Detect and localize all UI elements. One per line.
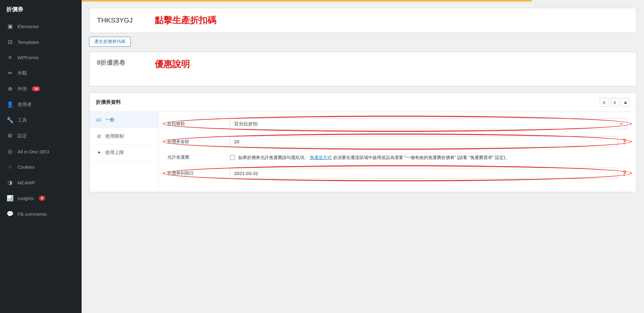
panel-collapse-button[interactable]: ▲ bbox=[621, 98, 630, 107]
cookies-icon: ○ bbox=[6, 164, 14, 170]
coupon-amount-input[interactable] bbox=[230, 136, 618, 147]
sidebar-item-label: 使用者 bbox=[18, 102, 32, 108]
panel-body: 🏷 一般 ⊘ 使用限制 ✦ 使用上限 折扣 bbox=[89, 112, 636, 192]
fbcomments-icon: 💬 bbox=[6, 210, 14, 217]
mc4wp-icon: ◑ bbox=[6, 179, 14, 186]
users-icon: 👤 bbox=[6, 101, 14, 108]
sidebar-item-allinoneseo[interactable]: ◎ All in One SEO bbox=[0, 144, 82, 159]
panel-controls: ∧ ∨ ▲ bbox=[600, 98, 630, 107]
sidebar: 折價券 ▣ Elementor ⊟ Templates ≡ WPForms ✏ … bbox=[0, 0, 82, 313]
coupon-amount-row: 折價券金額 ❓ bbox=[167, 136, 627, 147]
elementor-icon: ▣ bbox=[6, 23, 14, 30]
sidebar-item-appearance[interactable]: ✏ 外觀 bbox=[0, 65, 82, 81]
tab-general-label: 一般 bbox=[105, 117, 115, 123]
free-shipping-content: 如果折價券允許免運費請勾選此項。 免運送方式 必須要在運送區域中啟用並設為需要 … bbox=[230, 154, 627, 161]
sidebar-item-label: FB comments bbox=[18, 211, 47, 217]
panel-content-area: 折扣種類 百分比折扣 固定購物車折扣 固定商品折扣 折價券金額 bbox=[158, 112, 636, 192]
sidebar-item-insights[interactable]: 📊 Insights 9 bbox=[0, 190, 82, 206]
panel-title: 折價券資料 bbox=[96, 99, 121, 106]
sidebar-item-label: MC4WP bbox=[18, 180, 35, 185]
sidebar-item-elementor[interactable]: ▣ Elementor bbox=[0, 19, 82, 34]
sidebar-item-wpforms[interactable]: ≡ WPForms bbox=[0, 50, 82, 65]
sidebar-item-mc4wp[interactable]: ◑ MC4WP bbox=[0, 175, 82, 190]
appearance-icon: ✏ bbox=[6, 70, 14, 77]
usage-limit-tab-icon: ⊘ bbox=[96, 133, 102, 139]
main-content: THKS3YGJ 點擊生產折扣碼 產生折價券代碼 8折優惠卷 優惠說明 折價券資… bbox=[82, 0, 644, 313]
description-label: 8折優惠卷 bbox=[97, 58, 147, 67]
generate-btn-row: 產生折價券代碼 bbox=[89, 37, 636, 47]
sidebar-item-fbcomments[interactable]: 💬 FB comments bbox=[0, 206, 82, 222]
tab-usage-cap[interactable]: ✦ 使用上限 bbox=[89, 145, 158, 161]
sidebar-item-users[interactable]: 👤 使用者 bbox=[0, 97, 82, 112]
sidebar-item-templates[interactable]: ⊟ Templates bbox=[0, 34, 82, 50]
coupon-amount-help-icon: ❓ bbox=[621, 139, 627, 145]
free-shipping-link[interactable]: 免運送方式 bbox=[310, 155, 332, 160]
coupon-generate-title: 點擊生產折扣碼 bbox=[155, 14, 216, 26]
tab-usage-cap-label: 使用上限 bbox=[105, 150, 124, 156]
expiry-date-row: 折價券到期日 ❓ bbox=[167, 168, 627, 179]
sidebar-item-label: Elementor bbox=[18, 24, 39, 29]
usage-cap-tab-icon: ✦ bbox=[96, 150, 102, 156]
insights-icon: 📊 bbox=[6, 195, 14, 202]
description-section: 8折優惠卷 優惠說明 bbox=[89, 52, 636, 86]
sidebar-item-label: All in One SEO bbox=[18, 149, 49, 154]
sidebar-item-label: 工具 bbox=[18, 117, 27, 123]
tab-usage-limit[interactable]: ⊘ 使用限制 bbox=[89, 128, 158, 145]
description-title: 優惠說明 bbox=[155, 58, 190, 70]
sidebar-item-settings[interactable]: ⚙ 設定 bbox=[0, 128, 82, 144]
tools-icon: 🔧 bbox=[6, 117, 14, 124]
discount-type-label: 折扣種類 bbox=[167, 121, 230, 127]
sidebar-item-label: Insights bbox=[18, 196, 34, 201]
discount-type-row: 折扣種類 百分比折扣 固定購物車折扣 固定商品折扣 bbox=[167, 118, 627, 129]
wpforms-icon: ≡ bbox=[6, 54, 14, 61]
sidebar-item-label: 外觀 bbox=[18, 70, 27, 76]
sidebar-item-tools[interactable]: 🔧 工具 bbox=[0, 112, 82, 128]
expiry-date-help-icon: ❓ bbox=[621, 170, 627, 176]
panel-down-button[interactable]: ∨ bbox=[610, 98, 619, 107]
sidebar-item-cookies[interactable]: ○ Cookies bbox=[0, 159, 82, 175]
templates-icon: ⊟ bbox=[6, 39, 14, 45]
general-tab-icon: 🏷 bbox=[96, 117, 102, 123]
free-shipping-label: 允許免運費 bbox=[167, 154, 230, 160]
tab-general[interactable]: 🏷 一般 bbox=[89, 112, 158, 128]
panel-tabs: 🏷 一般 ⊘ 使用限制 ✦ 使用上限 bbox=[89, 112, 158, 192]
seo-icon: ◎ bbox=[6, 148, 14, 155]
plugins-badge: 16 bbox=[32, 86, 40, 91]
discount-type-field-wrap: 百分比折扣 固定購物車折扣 固定商品折扣 bbox=[230, 118, 627, 129]
sidebar-item-label: Templates bbox=[18, 40, 39, 45]
sidebar-item-plugins[interactable]: ⊕ 外掛 16 bbox=[0, 81, 82, 97]
expiry-date-label: 折價券到期日 bbox=[167, 171, 230, 176]
free-shipping-description: 如果折價券允許免運費請勾選此項。 免運送方式 必須要在運送區域中啟用並設為需要 … bbox=[238, 154, 510, 161]
insights-badge: 9 bbox=[39, 196, 45, 201]
coupon-code-value: THKS3YGJ bbox=[97, 16, 147, 24]
plugins-icon: ⊕ bbox=[6, 85, 14, 92]
panel-header: 折價券資料 ∧ ∨ ▲ bbox=[89, 93, 636, 112]
sidebar-item-label: 設定 bbox=[18, 133, 27, 139]
sidebar-item-label: 外掛 bbox=[18, 86, 27, 92]
coupon-code-section: THKS3YGJ 點擊生產折扣碼 bbox=[89, 8, 636, 33]
generate-coupon-button[interactable]: 產生折價券代碼 bbox=[89, 37, 131, 47]
expiry-date-input[interactable] bbox=[230, 168, 618, 179]
coupon-amount-field-wrap bbox=[230, 136, 618, 147]
discount-type-select[interactable]: 百分比折扣 固定購物車折扣 固定商品折扣 bbox=[230, 118, 627, 129]
progress-bar-fill bbox=[82, 0, 532, 2]
coupon-data-panel: 折價券資料 ∧ ∨ ▲ 🏷 一般 ⊘ 使用限制 bbox=[89, 93, 636, 192]
free-shipping-checkbox[interactable] bbox=[230, 155, 235, 160]
coupon-amount-label: 折價券金額 bbox=[167, 139, 230, 145]
sidebar-item-label: Cookies bbox=[18, 164, 35, 170]
progress-bar bbox=[82, 0, 644, 2]
sidebar-item-label: WPForms bbox=[18, 55, 39, 60]
free-shipping-row: 允許免運費 如果折價券允許免運費請勾選此項。 免運送方式 必須要在運送區域中啟用… bbox=[167, 154, 627, 161]
settings-icon: ⚙ bbox=[6, 132, 14, 139]
tab-usage-limit-label: 使用限制 bbox=[105, 133, 124, 139]
sidebar-title: 折價券 bbox=[0, 0, 82, 19]
expiry-date-field-wrap bbox=[230, 168, 618, 179]
panel-up-button[interactable]: ∧ bbox=[600, 98, 609, 107]
